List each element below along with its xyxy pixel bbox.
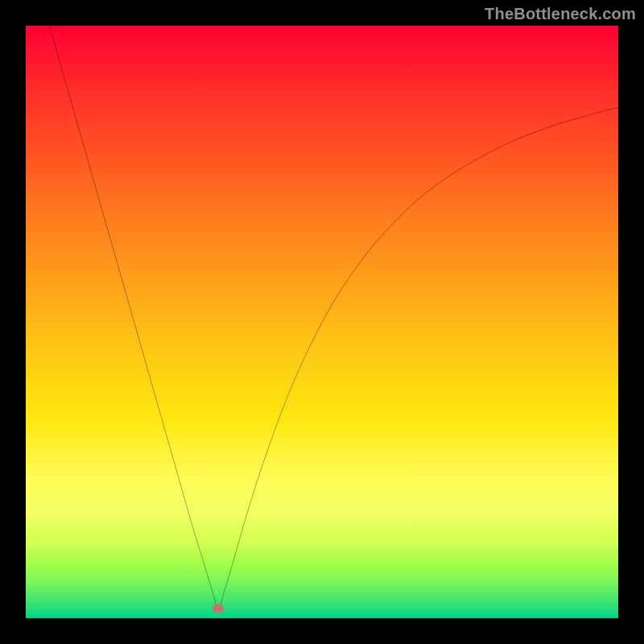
plot-area bbox=[26, 26, 618, 618]
optimal-point-marker bbox=[213, 605, 224, 613]
watermark-text: TheBottleneck.com bbox=[485, 5, 636, 23]
chart-frame: TheBottleneck.com bbox=[0, 0, 644, 644]
curve-svg bbox=[26, 26, 618, 618]
bottleneck-curve bbox=[49, 26, 618, 609]
